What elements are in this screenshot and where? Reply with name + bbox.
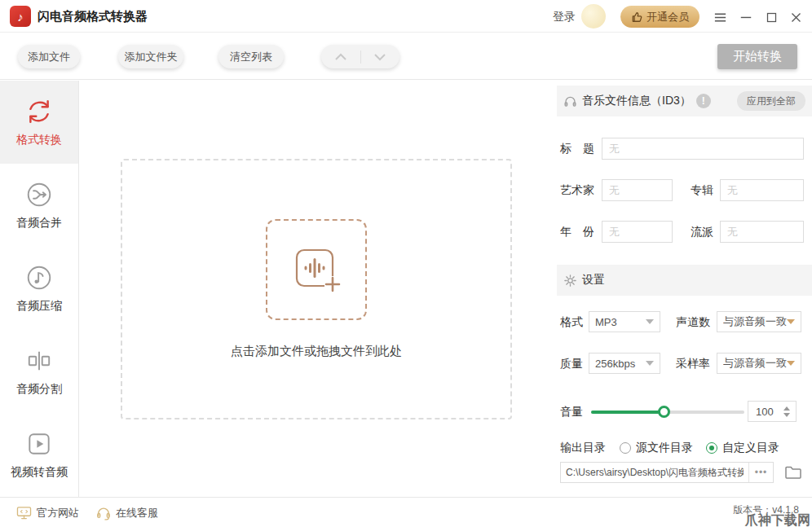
login-button[interactable]: 登录 — [553, 10, 576, 24]
dropzone-hint: 点击添加文件或拖拽文件到此处 — [231, 344, 402, 359]
merge-icon — [25, 181, 53, 209]
settings-panel: 音乐文件信息（ID3） ! 应用到全部 标 题 艺术家 专辑 年 份 流派 设置… — [557, 81, 812, 497]
reorder-buttons — [321, 45, 399, 68]
artist-field[interactable] — [602, 179, 673, 201]
titlebar: ♪ 闪电音频格式转换器 登录 开通会员 — [0, 0, 812, 33]
music-note-icon — [25, 264, 53, 292]
radio-source-dir[interactable]: 源文件目录 — [620, 441, 693, 455]
clear-list-button[interactable]: 清空列表 — [218, 45, 284, 68]
settings-header-title: 设置 — [582, 273, 605, 288]
minimize-button[interactable] — [738, 9, 754, 25]
vip-button[interactable]: 开通会员 — [620, 6, 699, 28]
statusbar: 官方网站 在线客服 版本号：v4.1.8 爪神下载网 — [0, 497, 812, 527]
title-field-label: 标 题 — [560, 138, 594, 160]
headphones-icon — [563, 94, 577, 108]
chevron-up-icon — [334, 53, 347, 61]
format-value: MP3 — [595, 316, 646, 328]
vip-label: 开通会员 — [647, 10, 689, 24]
browse-more-button[interactable]: ••• — [748, 463, 773, 482]
info-icon[interactable]: ! — [696, 94, 711, 108]
stepper-down-icon[interactable] — [783, 413, 790, 417]
split-icon — [25, 347, 53, 375]
id3-header-title: 音乐文件信息（ID3） — [582, 94, 691, 108]
maximize-button[interactable] — [763, 9, 779, 25]
app-window: ♪ 闪电音频格式转换器 登录 开通会员 添加文件 添加文件夹 清空列表 — [0, 0, 812, 527]
avatar[interactable] — [581, 4, 606, 29]
monitor-icon — [16, 506, 32, 520]
close-button[interactable] — [788, 9, 804, 25]
samplerate-value: 与源音频一致 — [723, 356, 787, 371]
artist-field-label: 艺术家 — [560, 179, 594, 201]
quality-dropdown[interactable]: 256kbps — [589, 353, 660, 374]
official-site-link[interactable]: 官方网站 — [16, 498, 79, 527]
dropzone[interactable]: 点击添加文件或拖拽文件到此处 — [121, 159, 512, 419]
album-field[interactable] — [720, 179, 804, 201]
add-file-button[interactable]: 添加文件 — [18, 45, 80, 68]
dropdown-arrow-icon — [787, 319, 795, 324]
samplerate-dropdown[interactable]: 与源音频一致 — [717, 353, 801, 374]
start-convert-button[interactable]: 开始转换 — [717, 44, 797, 69]
menu-icon[interactable] — [712, 9, 728, 25]
sidebar-item-audio-compress[interactable]: 音频压缩 — [0, 247, 78, 330]
dropzone-add-icon-frame — [266, 219, 367, 320]
output-dir-row: 输出目录 源文件目录 自定义目录 — [557, 439, 812, 455]
title-field[interactable] — [602, 138, 804, 160]
watermark: 爪神下载网 — [745, 512, 810, 527]
samplerate-label: 采样率 — [676, 353, 710, 375]
app-logo-icon: ♪ — [10, 6, 31, 27]
sidebar-item-label: 格式转换 — [16, 133, 62, 147]
slider-fill — [591, 411, 664, 414]
move-up-button[interactable] — [322, 53, 360, 61]
refresh-icon — [25, 98, 53, 125]
sidebar-item-video-to-audio[interactable]: 视频转音频 — [0, 413, 78, 496]
radio-checked-icon — [706, 442, 717, 454]
year-field[interactable] — [602, 221, 673, 243]
support-link[interactable]: 在线客服 — [96, 498, 158, 527]
year-field-label: 年 份 — [560, 221, 594, 243]
headset-icon — [96, 506, 111, 520]
volume-slider[interactable] — [591, 406, 744, 418]
channels-label: 声道数 — [676, 311, 710, 333]
move-down-button[interactable] — [361, 53, 399, 61]
channels-dropdown[interactable]: 与源音频一致 — [717, 311, 801, 332]
album-field-label: 专辑 — [691, 179, 713, 201]
id3-header: 音乐文件信息（ID3） ! 应用到全部 — [557, 86, 812, 116]
sidebar: 格式转换 音频合并 音频压缩 — [0, 81, 79, 497]
format-label: 格式 — [560, 311, 583, 333]
chevron-down-icon — [373, 53, 386, 61]
output-path-wrap: ••• — [560, 462, 774, 483]
dropdown-arrow-icon — [646, 319, 654, 324]
quality-label: 质量 — [560, 353, 583, 375]
radio-source-label: 源文件目录 — [636, 441, 693, 455]
dropdown-arrow-icon — [787, 361, 795, 366]
dropdown-arrow-icon — [646, 361, 654, 366]
sidebar-item-label: 音频分割 — [16, 382, 62, 397]
sidebar-item-audio-merge[interactable]: 音频合并 — [0, 164, 78, 247]
radio-custom-dir[interactable]: 自定义目录 — [706, 441, 779, 455]
app-title: 闪电音频格式转换器 — [38, 9, 148, 24]
volume-stepper[interactable] — [783, 406, 796, 417]
radio-custom-label: 自定义目录 — [722, 441, 779, 455]
settings-header: 设置 — [557, 265, 812, 296]
format-dropdown[interactable]: MP3 — [589, 311, 660, 332]
slider-handle[interactable] — [658, 406, 670, 418]
official-site-label: 官方网站 — [37, 506, 79, 520]
genre-field[interactable] — [720, 221, 804, 243]
output-dir-label: 输出目录 — [560, 437, 606, 459]
folder-icon — [784, 465, 802, 480]
apply-to-all-button[interactable]: 应用到全部 — [737, 91, 805, 111]
stepper-up-icon[interactable] — [783, 406, 790, 411]
support-label: 在线客服 — [116, 506, 158, 520]
sidebar-item-label: 音频合并 — [16, 216, 62, 231]
volume-value: 100 — [748, 406, 783, 418]
open-folder-button[interactable] — [782, 463, 805, 481]
toolbar: 添加文件 添加文件夹 清空列表 开始转换 — [0, 33, 812, 80]
sidebar-item-audio-split[interactable]: 音频分割 — [0, 330, 78, 413]
add-folder-button[interactable]: 添加文件夹 — [118, 45, 183, 68]
thumbs-up-icon — [631, 11, 642, 23]
volume-input[interactable]: 100 — [748, 401, 797, 422]
sidebar-item-format-convert[interactable]: 格式转换 — [0, 81, 78, 164]
output-path-input[interactable] — [561, 467, 748, 478]
gear-icon — [563, 274, 577, 288]
volume-label: 音量 — [560, 401, 583, 423]
